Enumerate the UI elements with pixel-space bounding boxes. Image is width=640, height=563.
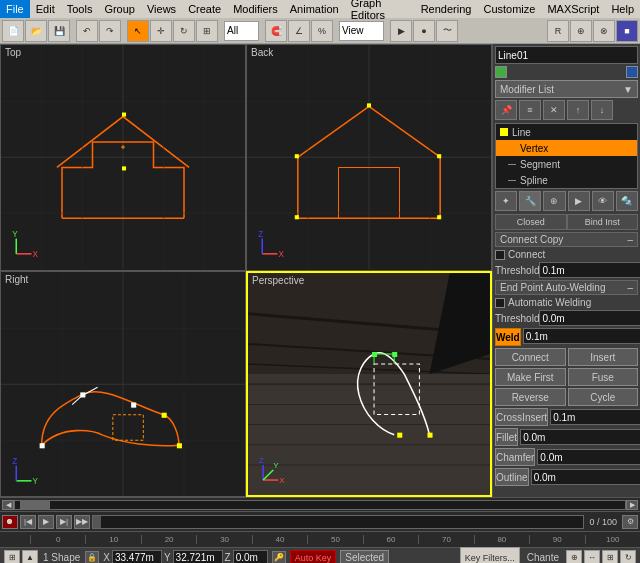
timeline-prev-btn[interactable]: |◀ [20,515,36,529]
make-first-button[interactable]: Make First [495,368,566,386]
menu-graph-editors[interactable]: Graph Editors [345,0,415,18]
fuse-button[interactable]: Fuse [568,368,639,386]
menu-file[interactable]: File [0,0,30,18]
menu-rendering[interactable]: Rendering [415,0,478,18]
menu-customize[interactable]: Customize [477,0,541,18]
hscroll-thumb[interactable] [20,501,50,509]
toolbar-btn-r1[interactable]: R [547,20,569,42]
outline-button[interactable]: Outline [495,468,529,486]
nav-btn-4[interactable]: ↻ [620,550,636,564]
panel-utilities-icon[interactable]: 🔩 [616,191,638,211]
hscroll-right-btn[interactable]: ▶ [626,500,638,510]
toolbar-btn-material[interactable]: ● [413,20,435,42]
timeline-end-btn[interactable]: ▶▶ [74,515,90,529]
panel-create-icon[interactable]: ✦ [495,191,517,211]
menu-group[interactable]: Group [98,0,141,18]
toolbar-btn-r4[interactable]: ■ [616,20,638,42]
hscroll-track[interactable] [14,500,626,510]
status-icon-2[interactable]: ▲ [22,550,38,564]
crossinsert-input[interactable] [550,409,640,425]
fillet-button[interactable]: Fillet [495,428,518,446]
toolbar-btn-move[interactable]: ✛ [150,20,172,42]
reverse-button[interactable]: Reverse [495,388,566,406]
toolbar-btn-new[interactable]: 📄 [2,20,24,42]
timeline-options-btn[interactable]: ⚙ [622,515,638,529]
tab-bind-inst[interactable]: Bind Inst [567,214,639,230]
mod-item-spline[interactable]: Spline [496,172,637,188]
cycle-button[interactable]: Cycle [568,388,639,406]
toolbar-btn-r3[interactable]: ⊗ [593,20,615,42]
outline-input[interactable] [531,469,640,485]
mod-icon-up[interactable]: ↑ [567,100,589,120]
weld-value-input[interactable] [523,328,640,344]
menu-animation[interactable]: Animation [284,0,345,18]
y-coord[interactable] [173,550,223,564]
nav-btn-3[interactable]: ⊞ [602,550,618,564]
toolbar-btn-rotate[interactable]: ↻ [173,20,195,42]
toolbar-btn-angle[interactable]: ∠ [288,20,310,42]
mod-icon-stack[interactable]: ≡ [519,100,541,120]
timeline-play-btn[interactable]: ▶ [38,515,54,529]
z-coord[interactable] [233,550,268,564]
menu-create[interactable]: Create [182,0,227,18]
toolbar-btn-redo[interactable]: ↷ [99,20,121,42]
menu-modifiers[interactable]: Modifiers [227,0,284,18]
toolbar-btn-save[interactable]: 💾 [48,20,70,42]
tab-closed[interactable]: Closed [495,214,567,230]
mod-item-vertex[interactable]: Vertex [496,140,637,156]
viewport-perspective[interactable]: Perspective [246,271,492,498]
toolbar-btn-undo[interactable]: ↶ [76,20,98,42]
modifier-list-dropdown[interactable]: Modifier List ▼ [495,80,638,98]
weld-threshold-input[interactable] [539,310,640,326]
toolbar-btn-select[interactable]: ↖ [127,20,149,42]
autokey-button[interactable]: Auto Key [290,550,337,564]
timeline-next-btn[interactable]: ▶| [56,515,72,529]
timeline-record-btn[interactable]: ⏺ [2,515,18,529]
viewport-top[interactable]: Top [0,44,246,271]
threshold-input[interactable] [539,262,640,278]
toolbar-mode-dropdown[interactable]: All [224,21,259,41]
timeline-thumb[interactable] [93,516,101,528]
mod-item-segment[interactable]: Segment [496,156,637,172]
chamfer-input[interactable] [537,449,640,465]
object-name-input[interactable] [495,46,638,64]
panel-modify-icon[interactable]: 🔧 [519,191,541,211]
weld-button[interactable]: Weld [495,328,521,346]
hscroll-left-btn[interactable]: ◀ [2,500,14,510]
toolbar-btn-r2[interactable]: ⊕ [570,20,592,42]
nav-btn-1[interactable]: ⊕ [566,550,582,564]
chamfer-button[interactable]: Chamfer [495,448,535,466]
toolbar-btn-render[interactable]: ▶ [390,20,412,42]
toolbar-btn-open[interactable]: 📂 [25,20,47,42]
menu-tools[interactable]: Tools [61,0,99,18]
timeline-track[interactable] [92,515,584,529]
mod-icon-down[interactable]: ↓ [591,100,613,120]
toolbar-btn-snap[interactable]: 🧲 [265,20,287,42]
connect-button[interactable]: Connect [495,348,566,366]
key-icon[interactable]: 🔑 [272,551,286,564]
panel-hierarchy-icon[interactable]: ⊕ [543,191,565,211]
nav-btn-2[interactable]: ↔ [584,550,600,564]
menu-edit[interactable]: Edit [30,0,61,18]
viewport-back[interactable]: Back [246,44,492,271]
menu-maxscript[interactable]: MAXScript [541,0,605,18]
key-filters-btn[interactable]: Key Filters... [460,547,520,564]
mod-item-line[interactable]: Line [496,124,637,140]
viewport-right[interactable]: Right [0,271,246,498]
panel-motion-icon[interactable]: ▶ [568,191,590,211]
auto-weld-checkbox[interactable] [495,298,505,308]
toolbar-btn-curve[interactable]: 〜 [436,20,458,42]
mod-icon-pin[interactable]: 📌 [495,100,517,120]
toolbar-btn-percent[interactable]: % [311,20,333,42]
insert-button[interactable]: Insert [568,348,639,366]
status-icon-1[interactable]: ⊞ [4,550,20,564]
panel-display-icon[interactable]: 👁 [592,191,614,211]
toolbar-btn-scale[interactable]: ⊞ [196,20,218,42]
menu-views[interactable]: Views [141,0,182,18]
lock-icon[interactable]: 🔒 [85,551,99,564]
menu-help[interactable]: Help [605,0,640,18]
color-swatch[interactable] [495,66,507,78]
crossinsert-button[interactable]: CrossInsert [495,408,548,426]
x-coord[interactable] [112,550,162,564]
connect-checkbox[interactable] [495,250,505,260]
